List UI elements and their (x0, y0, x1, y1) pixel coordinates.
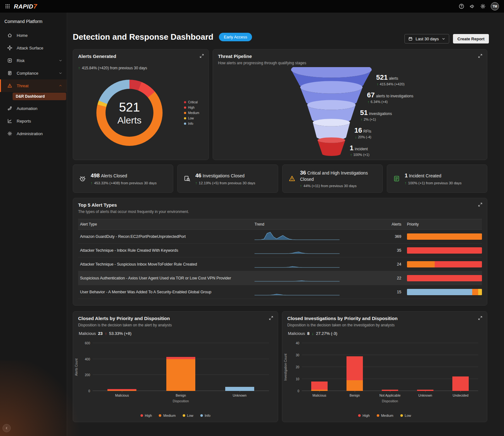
stat-line: 36Critical and High Investigations Close… (300, 169, 377, 182)
closed-investigations-card: Closed Investigations by Priority and Di… (282, 311, 487, 422)
stage-change: ↑100% (+1) (350, 153, 369, 157)
down-arrow-icon: ↓ (355, 135, 357, 139)
stat-change: ↑100% (+1) from previous 30 days (405, 181, 461, 185)
stage-value: 51 (360, 109, 368, 117)
stage-change: ↑6.34% (+4) (368, 100, 413, 104)
x-tick (355, 391, 355, 392)
expand-icon[interactable] (478, 202, 483, 208)
y-tick-label: 20 (289, 365, 299, 369)
card-title: Top 5 Alert Types (78, 202, 117, 208)
pipeline-stage-label: 16RFIs↓20% (-4) (354, 126, 371, 139)
stage-name: alerts (389, 76, 398, 81)
card-subtitle: Disposition is the decision taken on the… (287, 323, 395, 327)
stage-name: incident (355, 147, 368, 151)
x-tick (425, 391, 426, 392)
x-axis-label: Undecided (442, 393, 479, 397)
reports-icon (7, 118, 12, 123)
legend-dot (358, 414, 361, 417)
sidebar-item-threat[interactable]: Threat (0, 79, 67, 92)
bar-segment (225, 387, 254, 391)
chevron-down-icon (442, 37, 445, 41)
up-arrow-icon: ↑ (405, 181, 407, 185)
priority-bar (407, 233, 482, 240)
sidebar-item-automation[interactable]: Automation (0, 102, 67, 115)
legend-label: Low (187, 414, 193, 417)
up-arrow-icon: ↑ (300, 184, 302, 188)
sidebar-subitem-dr-dashboard[interactable]: D&R Dashboard (13, 93, 66, 100)
stat-line: 498Alerts Closed (91, 172, 157, 179)
malicious-stat: Malicious 23 ↑ 53.33% (+8) (79, 331, 131, 336)
calendar-icon (408, 37, 413, 41)
stat-card-body: 46Investigations Closed↑12.19% (+5) from… (195, 172, 255, 185)
expand-icon[interactable] (269, 316, 273, 321)
sidebar-item-label: Home (17, 33, 28, 38)
priority-segment (435, 261, 482, 267)
table-row[interactable]: Amazon GuardDuty - Recon:EC2/PortProbeUn… (78, 230, 482, 244)
legend-item: Low (400, 414, 411, 417)
legend-label: Medium (381, 414, 393, 417)
stage-change: ↓20% (-4) (355, 135, 371, 139)
y-tick-label: 0 (79, 389, 90, 393)
stat-change-text: 44% (+11) from previous 30 days (303, 184, 357, 188)
legend-label: Medium (188, 111, 199, 115)
card-subtitle: How alerts are progressing through quali… (218, 61, 306, 65)
settings-gear-icon[interactable] (480, 3, 486, 9)
sidebar-item-compliance[interactable]: Compliance (0, 67, 67, 79)
column-header: Priority (401, 222, 482, 227)
table-row[interactable]: Attacker Technique - Suspicious Inbox Mo… (78, 257, 482, 271)
priority-bar (407, 261, 482, 267)
sidebar-item-label: Threat (17, 83, 29, 88)
alerts-generated-card: Alerts Generated ↑415.84% (+420) from pr… (73, 49, 209, 160)
x-axis-label: Not Applicable (371, 393, 409, 397)
x-axis-title: Disposition (302, 399, 478, 403)
card-subtitle: Disposition is the decision taken on the… (78, 323, 172, 327)
pipeline-stage-value-row: 521alerts (376, 73, 404, 82)
expand-icon[interactable] (199, 54, 204, 59)
threat-pipeline-card: Threat Pipeline How alerts are progressi… (213, 49, 487, 160)
bar-segment (311, 382, 328, 390)
threat-icon (7, 83, 12, 88)
sidebar-item-risk[interactable]: Risk (0, 54, 67, 67)
help-icon[interactable] (459, 3, 464, 9)
legend-label: Low (188, 117, 194, 120)
legend-dot (184, 112, 186, 114)
create-report-button[interactable]: Create Report (453, 34, 489, 43)
legend-item: High (140, 414, 152, 417)
app-grid-icon[interactable] (5, 4, 10, 9)
rapid7-logo: RAPID7 (14, 3, 37, 10)
sidebar-item-label: Reports (17, 119, 31, 123)
table-row[interactable]: Suspicious Authentication - Axios User A… (78, 271, 482, 285)
expand-icon[interactable] (478, 316, 483, 321)
priority-cell (401, 247, 482, 254)
sidebar-item-attack-surface[interactable]: Attack Surface (0, 42, 67, 54)
sidebar-collapse-button[interactable] (3, 424, 11, 432)
x-tick (240, 391, 240, 392)
bar-segment (107, 389, 136, 390)
pipeline-stage-label: 521alerts↑415.84% (+420) (376, 73, 404, 86)
date-range-button[interactable]: Last 30 days (404, 34, 449, 43)
user-avatar[interactable]: TM (491, 2, 499, 10)
table-row[interactable]: User Behavior - A Member Was Added To A … (78, 285, 482, 299)
expand-icon[interactable] (478, 54, 483, 59)
x-axis-label: Benign (336, 393, 374, 397)
x-tick (319, 391, 320, 392)
stat-line: 1Incident Created (405, 172, 461, 179)
stage-name: RFIs (363, 129, 371, 134)
card-title: Closed Investigations by Priority and Di… (287, 316, 398, 321)
sidebar-item-reports[interactable]: Reports (0, 115, 67, 127)
legend-dot (184, 117, 186, 119)
alert-type-cell: Attacker Technique - Suspicious Inbox Mo… (78, 262, 255, 267)
bar-segment (452, 376, 469, 391)
attack-surface-icon (7, 45, 12, 50)
column-header: Alert Type (78, 222, 255, 227)
table-row[interactable]: Attacker Technique - Inbox Rule Created … (78, 244, 482, 257)
stage-value: 521 (376, 73, 388, 81)
announcement-icon[interactable] (469, 3, 475, 9)
card-title: Closed Alerts by Priority and Dispositio… (78, 316, 170, 321)
stat-label: Alerts Closed (101, 173, 127, 178)
sidebar-item-home[interactable]: Home (0, 29, 67, 42)
stat-card-body: 498Alerts Closed↑453.33% (+408) from pre… (91, 172, 157, 185)
stat-cards-row: 498Alerts Closed↑453.33% (+408) from pre… (73, 164, 487, 193)
pipeline-stage-value-row: 16RFIs (354, 126, 371, 135)
sidebar-item-administration[interactable]: Administration (0, 127, 67, 140)
